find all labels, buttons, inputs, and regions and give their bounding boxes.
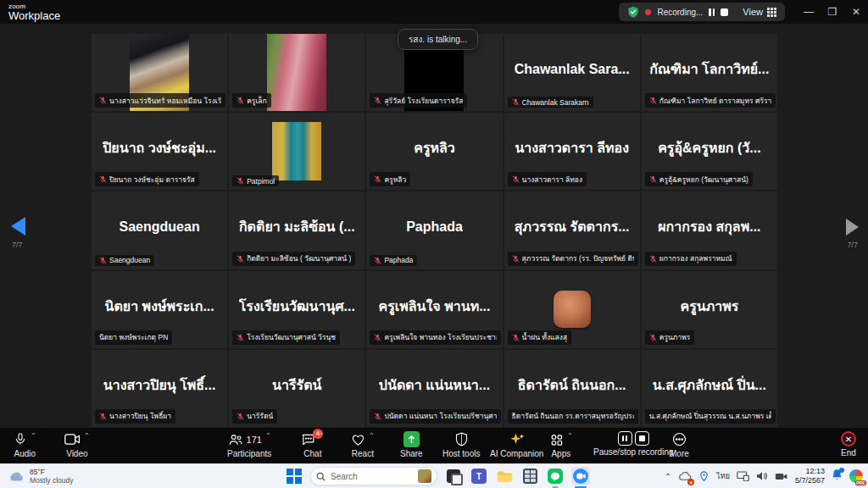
video-chevron-icon[interactable]: ⌃ — [84, 432, 90, 440]
participant-tile[interactable]: นารีรัตน์ นารีรัตน์ — [229, 350, 364, 427]
participant-tile[interactable]: น.ส.ศุภลักษณ์ ปิ่น... น.ส.ศุภลักษณ์ ปิ่น… — [642, 350, 777, 427]
participant-tile[interactable]: ครูหลิว ครูหลิว — [366, 113, 502, 190]
participant-tile[interactable]: ครูอุ้&ครูหยก (วั... ครูอุ้&ครูหยก (วัฒน… — [642, 113, 777, 190]
zoom-app-button[interactable] — [571, 467, 590, 485]
participant-tile[interactable]: ครูเพลินใจ พานท... ครูเพลินใจ พานทอง โรง… — [366, 271, 502, 348]
microphone-icon — [14, 432, 27, 446]
chat-button[interactable]: 4 ⌃ Chat — [301, 431, 325, 458]
participants-chevron-icon[interactable]: ⌃ — [265, 432, 271, 440]
participant-tile[interactable]: Saengduean Saengduean — [92, 191, 227, 269]
participant-tile[interactable]: ผกากรอง สกุลพ... ผกากรอง สกุลพราหมณ์ — [642, 191, 777, 269]
muted-mic-icon — [374, 97, 381, 104]
muted-mic-icon — [649, 97, 657, 104]
participant-tile[interactable]: นางสาวแว่วจินทร์ หอมเหมือน โรงเรียนปรี..… — [92, 34, 227, 111]
cast-display-tray-icon[interactable] — [737, 471, 749, 481]
participant-tile[interactable]: สุภวรรณ รัตตากร... สุภวรรณ รัตตากร (รร. … — [504, 191, 640, 269]
language-indicator[interactable]: ไทย — [716, 470, 730, 482]
close-button[interactable]: ✕ — [844, 0, 868, 24]
react-button[interactable]: ⌃ React — [351, 431, 375, 458]
participant-grid: นางสาวแว่วจินทร์ หอมเหมือน โรงเรียนปรี..… — [92, 34, 777, 427]
line-app-button[interactable] — [546, 467, 565, 485]
participant-tile[interactable]: ปิยนาถ วงษ์ชะอุ่ม... ปิยนาถ วงษ์ชะอุ่ม ด… — [92, 113, 227, 190]
stop-recording-toolbar-icon[interactable] — [635, 431, 649, 446]
taskbar-search[interactable]: Search — [310, 467, 437, 485]
participant-name-text: ครูเพลินใจ พานทอง โรงเรียนประชาสงเคราะห์ — [384, 331, 496, 343]
end-label: End — [841, 448, 856, 458]
participant-name-text: นางสาวปิยนุ โพธิ์ผา — [109, 410, 171, 422]
participant-tile[interactable]: ครูเล็ก — [229, 34, 364, 111]
muted-mic-icon — [236, 334, 244, 341]
pause-stop-recording-button[interactable]: Pause/stop recording — [593, 431, 674, 457]
participant-display-name: สุภวรรณ รัตตากร... — [515, 216, 630, 244]
participant-tile[interactable]: นางสาวปิยนุ โพธิ์... นางสาวปิยนุ โพธิ์ผา — [92, 350, 227, 427]
participant-tile[interactable]: น้ำฝน ทั้งแสงสุ — [504, 271, 640, 348]
colorful-app-tray-icon[interactable]: PRE — [849, 469, 863, 483]
ai-sparkle-icon — [509, 432, 526, 446]
muted-mic-icon — [236, 97, 244, 104]
windows-taskbar: 85°F Mostly cloudy Search T — [0, 463, 868, 488]
participant-tile[interactable]: ธิดารัตน์ ถินนอก... ธิดารัตน์ ถินนอก รร.… — [504, 350, 640, 427]
security-shield-icon[interactable] — [627, 6, 639, 18]
next-page-arrow-icon[interactable] — [846, 219, 859, 236]
previous-page-arrow-icon[interactable] — [11, 217, 25, 236]
chat-chevron-icon[interactable]: ⌃ — [319, 432, 325, 440]
pause-recording-toolbar-icon[interactable] — [618, 431, 632, 446]
participant-tile[interactable]: นิตยา พงษ์พระเก... นิตยา พงษ์พระเกตุ PN — [92, 271, 227, 348]
taskbar-clock[interactable]: 12:13 5/7/2567 — [795, 467, 825, 486]
speaker-tray-icon[interactable] — [756, 471, 768, 481]
teams-app-button[interactable]: T — [470, 467, 488, 485]
file-explorer-button[interactable] — [495, 467, 514, 485]
video-button[interactable]: ⌃ Video — [64, 431, 90, 458]
participant-name-label: นางสาวปิยนุ โพธิ์ผา — [95, 409, 175, 424]
heart-icon — [351, 433, 365, 446]
participant-name-text: ครูนภาพร — [659, 331, 691, 343]
ai-companion-button[interactable]: AI Companion — [490, 431, 543, 458]
pause-recording-icon[interactable] — [709, 8, 715, 16]
start-button[interactable] — [285, 467, 303, 485]
participant-name-label: น.ส.ศุภลักษณ์ ปิ่นสุวรรณ น.ส.นภาพร เต็มส… — [645, 409, 776, 424]
apps-chevron-icon[interactable]: ⌃ — [567, 432, 573, 440]
notifications-bell-icon[interactable] — [832, 469, 843, 484]
location-tray-icon[interactable] — [698, 471, 709, 482]
windows-logo-icon — [287, 469, 302, 484]
weather-temperature: 85°F — [30, 468, 74, 476]
onedrive-tray-icon[interactable]: ✕ — [678, 469, 692, 484]
more-button[interactable]: More — [670, 431, 689, 458]
restore-button[interactable]: ❐ — [821, 0, 844, 24]
end-button[interactable]: ✕ End — [841, 431, 856, 458]
weather-widget[interactable]: 85°F Mostly cloudy — [0, 468, 74, 485]
minimize-button[interactable]: — — [797, 0, 821, 24]
participant-tile[interactable]: ปนัดดา แน่นหนา... ปนัดดา แน่นหนา โรงเรีย… — [366, 350, 502, 427]
participants-button[interactable]: 171 ⌃ Participants — [227, 431, 271, 458]
react-chevron-icon[interactable]: ⌃ — [369, 432, 375, 440]
stop-recording-icon[interactable] — [721, 8, 728, 16]
task-view-button[interactable] — [444, 467, 463, 485]
apps-button[interactable]: ⌃ Apps — [549, 431, 573, 458]
calculator-app-button[interactable] — [520, 467, 539, 485]
participant-name-text: กัณฑิมา โลกาวิทย์ ดาราสมุทร ศรีราชา — [659, 95, 771, 107]
participant-name-label: ครูเพลินใจ พานทอง โรงเรียนประชาสงเคราะห์ — [370, 330, 500, 345]
title-bar: zoom Workplace Recording... View — ❐ ✕ — [0, 0, 868, 24]
participant-tile[interactable]: ครูนภาพร ครูนภาพร — [642, 271, 777, 348]
muted-mic-icon — [236, 413, 244, 420]
host-tools-button[interactable]: Host tools — [442, 431, 480, 458]
participant-tile[interactable]: Patpimol — [229, 113, 364, 190]
participant-tile[interactable]: Chawanlak Sara... Chawanlak Sarakarn — [504, 34, 640, 111]
participant-name-label: โรงเรียนวัฒนานุศาสน์ วีรนุช — [232, 330, 340, 345]
view-button[interactable]: View — [743, 7, 776, 17]
hidden-icons-chevron-icon[interactable]: ⌃ — [665, 472, 671, 481]
task-view-icon — [447, 469, 460, 483]
audio-button[interactable]: ⌃ Audio — [14, 431, 36, 458]
camera-tray-icon[interactable] — [775, 472, 788, 481]
participant-tile[interactable]: กัณฑิมา โลกาวิทย์... กัณฑิมา โลกาวิทย์ ด… — [642, 34, 777, 111]
participant-tile[interactable]: Paphada Paphada — [366, 191, 502, 269]
participant-tile[interactable]: นางสาวดารา ลีทอง นางสาวดารา ลีทอง — [504, 113, 640, 190]
participant-name-label: สุรีวัลย์ โรงเรียนดาราจรัส — [370, 93, 467, 108]
participant-name-label: น้ำฝน ทั้งแสงสุ — [508, 330, 572, 345]
share-button[interactable]: Share — [400, 431, 423, 458]
pre-badge: PRE — [855, 480, 866, 485]
participant-tile[interactable]: โรงเรียนวัฒนานุศ... โรงเรียนวัฒนานุศาสน์… — [229, 271, 364, 348]
participant-tile[interactable]: กิตติยา มะลิซ้อน (... กิตติยา มะลิซ้อน (… — [229, 191, 364, 269]
audio-chevron-icon[interactable]: ⌃ — [31, 432, 36, 440]
audio-label: Audio — [14, 449, 36, 458]
